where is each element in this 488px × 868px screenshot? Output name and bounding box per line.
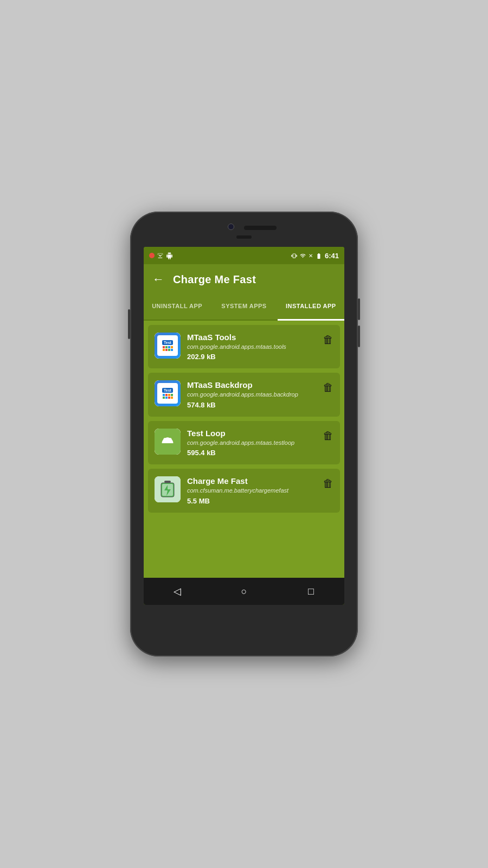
status-bar: ✕ 6:41 xyxy=(144,247,344,264)
app-list: Test xyxy=(144,321,344,578)
recording-dot-icon xyxy=(149,253,155,258)
delete-button[interactable]: 🗑 xyxy=(323,334,333,346)
phone-screen: ✕ 6:41 ← Charge Me Fast UNINSTALL APP SY… xyxy=(144,247,344,605)
tab-uninstall[interactable]: UNINSTALL APP xyxy=(144,295,210,320)
time-display: 6:41 xyxy=(325,252,339,260)
android-status-icon xyxy=(166,252,173,259)
list-item: Test xyxy=(148,325,340,368)
volume-down-button[interactable] xyxy=(358,326,360,347)
app-info-mtaas-tools: MTaaS Tools com.google.android.apps.mtaa… xyxy=(187,333,316,361)
download-icon xyxy=(157,252,164,259)
wifi-signal-icon xyxy=(299,252,306,259)
app-name: MTaaS Backdrop xyxy=(187,380,316,390)
app-info-mtaas-backdrop: MTaaS Backdrop com.google.android.apps.m… xyxy=(187,380,316,409)
volume-up-button[interactable] xyxy=(358,298,360,320)
app-size: 595.4 kB xyxy=(187,449,316,457)
battery-status-icon xyxy=(315,252,323,259)
vibrate-icon xyxy=(291,252,297,259)
app-info-test-loop: Test Loop com.google.android.apps.mtaas.… xyxy=(187,429,316,457)
app-size: 5.5 MB xyxy=(187,497,316,505)
back-button[interactable]: ← xyxy=(152,272,164,286)
phone-speaker xyxy=(244,226,277,230)
phone-device: ✕ 6:41 ← Charge Me Fast UNINSTALL APP SY… xyxy=(130,212,358,656)
nav-back-button[interactable]: ◁ xyxy=(166,580,188,602)
nav-recent-button[interactable]: □ xyxy=(300,580,322,602)
status-right-icons: ✕ 6:41 xyxy=(291,252,339,260)
app-icon-mtaas-tools: Test xyxy=(155,333,181,359)
app-size: 574.8 kB xyxy=(187,401,316,409)
svg-rect-3 xyxy=(164,481,171,483)
app-info-charge-me-fast: Charge Me Fast com.cfsuman.me.batterycha… xyxy=(187,476,316,505)
list-item: Charge Me Fast com.cfsuman.me.batterycha… xyxy=(148,469,340,512)
delete-button[interactable]: 🗑 xyxy=(323,430,333,442)
app-bar: ← Charge Me Fast xyxy=(144,264,344,295)
app-icon-charge-me-fast xyxy=(155,476,181,502)
app-package: com.google.android.apps.mtaas.tools xyxy=(187,343,316,351)
list-item: Test xyxy=(148,373,340,416)
app-name: MTaaS Tools xyxy=(187,333,316,342)
delete-button[interactable]: 🗑 xyxy=(323,381,333,394)
phone-sensor xyxy=(236,235,252,239)
list-item: Test Loop com.google.android.apps.mtaas.… xyxy=(148,421,340,464)
app-name: Test Loop xyxy=(187,429,316,438)
signal-blocked-icon: ✕ xyxy=(309,253,313,259)
app-package: com.google.android.apps.mtaas.testloop xyxy=(187,439,316,447)
app-icon-mtaas-backdrop: Test xyxy=(155,380,181,406)
power-button[interactable] xyxy=(128,309,130,339)
delete-button[interactable]: 🗑 xyxy=(323,477,333,490)
app-package: com.google.android.apps.mtaas.backdrop xyxy=(187,391,316,399)
app-package: com.cfsuman.me.batterychargemefast xyxy=(187,487,316,495)
nav-home-button[interactable]: ○ xyxy=(233,580,255,602)
tab-installed[interactable]: INSTALLED APP xyxy=(278,295,344,320)
tab-system[interactable]: SYSTEM APPS xyxy=(210,295,277,320)
navigation-bar: ◁ ○ □ xyxy=(144,578,344,605)
app-title: Charge Me Fast xyxy=(173,273,256,286)
app-size: 202.9 kB xyxy=(187,353,316,361)
app-icon-test-loop xyxy=(155,429,181,455)
app-name: Charge Me Fast xyxy=(187,476,316,486)
phone-camera xyxy=(228,224,234,230)
svg-rect-2 xyxy=(166,437,169,438)
status-left-icons xyxy=(149,252,291,259)
tabs-bar: UNINSTALL APP SYSTEM APPS INSTALLED APP xyxy=(144,295,344,321)
